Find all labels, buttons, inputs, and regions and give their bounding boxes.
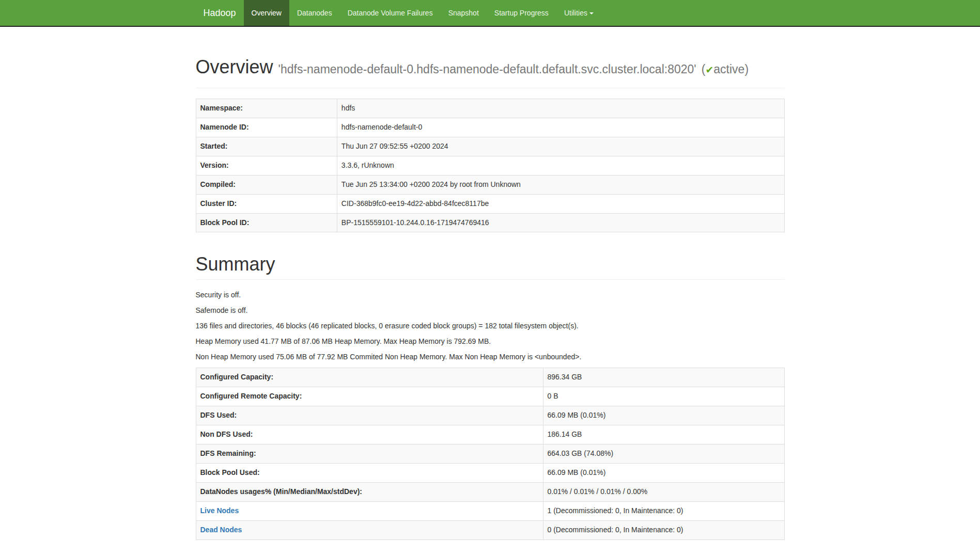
row-value: 1 (Decommissioned: 0, In Maintenance: 0) (543, 501, 784, 520)
row-value: CID-368b9fc0-ee19-4d22-abbd-84fcec8117be (337, 194, 784, 213)
row-label: Namespace: (196, 99, 337, 118)
security-status-text: Security is off. (196, 290, 785, 300)
heap-memory-text: Heap Memory used 41.77 MB of 87.06 MB He… (196, 337, 785, 347)
live-nodes-link[interactable]: Live Nodes (200, 506, 239, 515)
table-row-version: Version: 3.3.6, rUnknown (196, 156, 784, 175)
capacity-summary-table: Configured Capacity: 896.34 GB Configure… (196, 368, 785, 540)
filesystem-objects-text: 136 files and directories, 46 blocks (46… (196, 321, 785, 331)
utilities-label: Utilities (564, 9, 587, 17)
caret-down-icon (589, 12, 594, 14)
nav-tab-datanode-volume-failures-link[interactable]: Datanode Volume Failures (340, 0, 441, 26)
row-label: DFS Remaining: (196, 444, 543, 463)
row-label: Configured Remote Capacity: (196, 387, 543, 406)
row-value: BP-1515559101-10.244.0.16-1719474769416 (337, 213, 784, 232)
row-value: 186.14 GB (543, 425, 784, 444)
namenode-info-table: Namespace: hdfs Namenode ID: hdfs-nameno… (196, 99, 785, 233)
table-row-configured-capacity: Configured Capacity: 896.34 GB (196, 368, 784, 387)
nav-dropdown-utilities-link[interactable]: Utilities (556, 0, 601, 26)
row-value: Tue Jun 25 13:34:00 +0200 2024 by root f… (337, 175, 784, 194)
row-value: 0 (Decommissioned: 0, In Maintenance: 0) (543, 520, 784, 539)
page-title-text: Overview (196, 56, 273, 77)
hadoop-brand[interactable]: Hadoop (196, 0, 244, 26)
table-row-live-nodes: Live Nodes 1 (Decommissioned: 0, In Main… (196, 501, 784, 520)
check-icon: ✔ (705, 65, 713, 75)
summary-title: Summary (196, 254, 785, 275)
row-label: Block Pool ID: (196, 213, 337, 232)
table-row-non-dfs-used: Non DFS Used: 186.14 GB (196, 425, 784, 444)
main-content: Overview 'hdfs-namenode-default-0.hdfs-n… (188, 27, 792, 540)
nav-tab-datanodes-link[interactable]: Datanodes (289, 0, 340, 26)
nav-tab-startup-progress[interactable]: Startup Progress (487, 0, 556, 26)
row-value: Thu Jun 27 09:52:55 +0200 2024 (337, 137, 784, 156)
nav-tab-startup-progress-link[interactable]: Startup Progress (487, 0, 556, 26)
table-row-dfs-used: DFS Used: 66.09 MB (0.01%) (196, 406, 784, 425)
row-label: Namenode ID: (196, 118, 337, 137)
table-row-configured-remote-capacity: Configured Remote Capacity: 0 B (196, 387, 784, 406)
nav-tab-overview[interactable]: Overview (244, 0, 289, 26)
namenode-address: 'hdfs-namenode-default-0.hdfs-namenode-d… (278, 62, 696, 76)
table-row-compiled: Compiled: Tue Jun 25 13:34:00 +0200 2024… (196, 175, 784, 194)
nav-tab-snapshot[interactable]: Snapshot (441, 0, 487, 26)
nav-dropdown-utilities[interactable]: Utilities (556, 0, 601, 26)
nav-tab-datanodes[interactable]: Datanodes (289, 0, 340, 26)
row-value: hdfs (337, 99, 784, 118)
table-row-cluster-id: Cluster ID: CID-368b9fc0-ee19-4d22-abbd-… (196, 194, 784, 213)
table-row-block-pool-id: Block Pool ID: BP-1515559101-10.244.0.16… (196, 213, 784, 232)
navbar-menu: Overview Datanodes Datanode Volume Failu… (244, 0, 601, 26)
namenode-status: (✔active) (702, 62, 749, 76)
table-row-dfs-remaining: DFS Remaining: 664.03 GB (74.08%) (196, 444, 784, 463)
page-title: Overview 'hdfs-namenode-default-0.hdfs-n… (196, 57, 785, 77)
row-value: 0 B (543, 387, 784, 406)
row-value: 3.3.6, rUnknown (337, 156, 784, 175)
row-label: DFS Used: (196, 406, 543, 425)
row-label: Non DFS Used: (196, 425, 543, 444)
row-value: 0.01% / 0.01% / 0.01% / 0.00% (543, 482, 784, 501)
table-row-started: Started: Thu Jun 27 09:52:55 +0200 2024 (196, 137, 784, 156)
table-row-namespace: Namespace: hdfs (196, 99, 784, 118)
table-row-block-pool-used: Block Pool Used: 66.09 MB (0.01%) (196, 463, 784, 482)
nav-tab-datanode-volume-failures[interactable]: Datanode Volume Failures (340, 0, 441, 26)
row-label: Compiled: (196, 175, 337, 194)
summary-page-header: Summary (196, 243, 785, 280)
row-label: Cluster ID: (196, 194, 337, 213)
row-value: hdfs-namenode-default-0 (337, 118, 784, 137)
row-label: DataNodes usages% (Min/Median/Max/stdDev… (196, 482, 543, 501)
non-heap-memory-text: Non Heap Memory used 75.06 MB of 77.92 M… (196, 352, 785, 362)
row-value: 896.34 GB (543, 368, 784, 387)
table-row-dead-nodes: Dead Nodes 0 (Decommissioned: 0, In Main… (196, 520, 784, 539)
row-value: 66.09 MB (0.01%) (543, 406, 784, 425)
row-label: Started: (196, 137, 337, 156)
safemode-status-text: Safemode is off. (196, 306, 785, 316)
row-label: Block Pool Used: (196, 463, 543, 482)
overview-page-header: Overview 'hdfs-namenode-default-0.hdfs-n… (196, 27, 785, 88)
table-row-datanode-usages: DataNodes usages% (Min/Median/Max/stdDev… (196, 482, 784, 501)
table-row-namenode-id: Namenode ID: hdfs-namenode-default-0 (196, 118, 784, 137)
dead-nodes-link[interactable]: Dead Nodes (200, 526, 242, 534)
row-label: Configured Capacity: (196, 368, 543, 387)
row-label: Version: (196, 156, 337, 175)
nav-tab-snapshot-link[interactable]: Snapshot (441, 0, 487, 26)
top-navbar: Hadoop Overview Datanodes Datanode Volum… (0, 0, 980, 27)
row-value: 66.09 MB (0.01%) (543, 463, 784, 482)
row-value: 664.03 GB (74.08%) (543, 444, 784, 463)
nav-tab-overview-link[interactable]: Overview (244, 0, 289, 26)
